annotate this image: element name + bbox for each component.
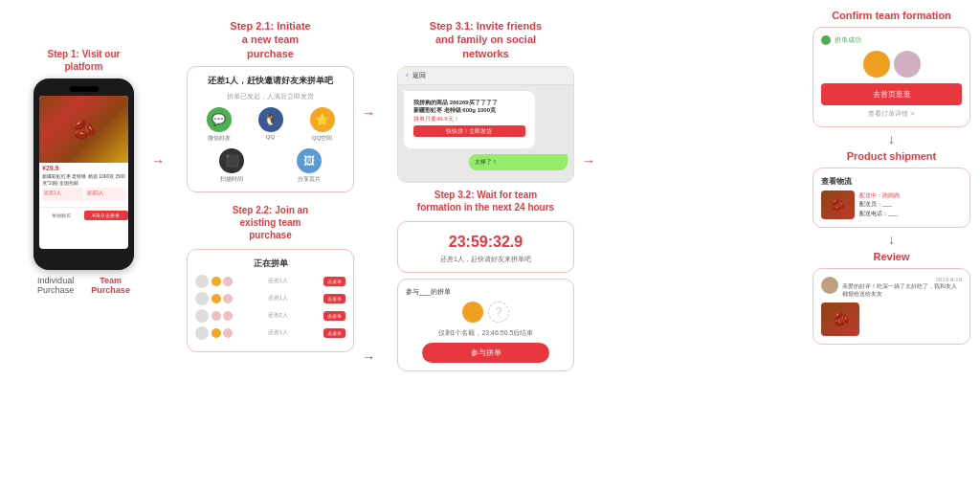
step2-section: Step 2.1: Initiatea new teampurchase 还差1…: [187, 19, 354, 352]
sent-message: 太棒了！: [469, 154, 568, 170]
phone-screen: 🫘 ¥29.9 新疆彩虹红枣 老特级 精选 1000克 (500克*2袋) 全国…: [39, 96, 128, 249]
chat-body: 我拼购的商品 266269买了了了了新疆彩虹枣 老特级 600g 1000克 拼…: [398, 85, 573, 183]
individual-label: IndividualPurchase: [37, 276, 74, 295]
shipment-label: Product shipment: [813, 150, 970, 162]
shipment-card: 查看物流 🫘 配送中：跑跑跑 配送员：___ 配送电话：___: [813, 168, 970, 228]
success-row: 拼单成功: [821, 35, 962, 45]
social-share-grid-2: ⬛ 扫描时间 🖼 分享页片: [195, 148, 345, 184]
photo-share[interactable]: 🖼 分享页片: [297, 148, 322, 184]
qq-label: QQ: [266, 134, 275, 140]
qqzone-share[interactable]: ⭐ QQ空间: [299, 107, 345, 143]
arrow-1-to-2: →: [151, 153, 165, 168]
chat-title: 返回: [412, 71, 426, 80]
review-header: 2019-9-19 亲爱的好评！吃深一袋了太好吃了，我和友人都报给送给友友: [821, 277, 962, 299]
join-timer: 仅剩1个名额，23:46:50.5后结束: [406, 328, 566, 338]
chat-card: ‹ 返回 我拼购的商品 266269买了了了了新疆彩虹枣 老特级 600g 10…: [397, 66, 574, 184]
shipment-header: 查看物流: [821, 176, 962, 187]
dot: [223, 277, 233, 286]
product-description: 新疆彩虹红枣 老特级 精选 1000克 (500克*2袋) 全国包邮: [39, 173, 128, 186]
courier-phone: 配送电话：___: [859, 210, 900, 219]
timer-card: 23:59:32.9 还差1人，赶快请好友来拼单吧: [397, 221, 574, 273]
qq-icon: 🐧: [258, 107, 283, 132]
join-team-btn[interactable]: 去凑单: [323, 294, 345, 303]
go-home-btn[interactable]: 去首页逛逛: [821, 83, 962, 105]
back-icon: ‹: [406, 71, 409, 79]
step1-section: Step 1: Visit our platform 🫘 ¥29.9 新疆彩虹红…: [29, 48, 139, 295]
join-team-btn[interactable]: 去凑单: [323, 311, 345, 321]
qqzone-label: QQ空间: [312, 134, 332, 143]
review-card: 2019-9-19 亲爱的好评！吃深一袋了太好吃了，我和友人都报给送给友友 🫘: [813, 268, 970, 345]
qqzone-icon: ⭐: [310, 107, 335, 132]
arrow-3-to-4: →: [582, 153, 595, 168]
view-order-link[interactable]: 查看订单详情 >: [821, 109, 962, 119]
join-avatar-empty: ?: [488, 302, 509, 323]
step32-label: Step 3.2: Wait for teamformation in the …: [397, 189, 574, 213]
step21-card-title: 还差1人，赶快邀请好友来拼单吧: [195, 75, 345, 87]
confirm-team-label: Confirm team formation: [813, 10, 970, 21]
photo-label: 分享页片: [298, 175, 321, 184]
phone-notch: [70, 86, 99, 92]
shipment-info: 配送中：跑跑跑 配送员：___ 配送电话：___: [859, 191, 900, 219]
qq-share[interactable]: 🐧 QQ: [247, 107, 294, 143]
product-share-card: 我拼购的商品 266269买了了了了新疆彩虹枣 老特级 600g 1000克 拼…: [410, 95, 529, 142]
chat-cta-btn[interactable]: 快快拼！立即发货: [413, 125, 525, 137]
shipment-product-img: 🫘: [821, 190, 855, 219]
success-dot: [821, 35, 831, 45]
wechat-label: 微信好友: [208, 134, 231, 143]
team-dots: [212, 294, 265, 303]
step1-label: Step 1: Visit our platform: [29, 48, 139, 73]
confirm-avatar-2: [894, 51, 921, 78]
team-info: 还差1人: [268, 294, 322, 303]
wechat-share[interactable]: 💬 微信好友: [195, 107, 242, 143]
phone-labels: IndividualPurchase TeamPurchase: [29, 276, 139, 295]
arrow-2-to-3-top: →: [362, 105, 375, 121]
success-text: 拼单成功: [835, 35, 861, 45]
dot: [223, 328, 233, 338]
diagram-container: Step 1: Visit our platform 🫘 ¥29.9 新疆彩虹红…: [0, 0, 980, 493]
dot: [223, 294, 233, 303]
received-message: 我拼购的商品 266269买了了了了新疆彩虹枣 老特级 600g 1000克 拼…: [404, 91, 535, 149]
team-purchase-btn[interactable]: ¥29.9 去拼单: [84, 211, 129, 220]
join-team-card: 参与___的拼单 ? 仅剩1个名额，23:46:50.5后结束 参与拼单: [397, 279, 574, 371]
dot: [212, 294, 221, 303]
review-label: Review: [813, 251, 970, 262]
step21-card: 还差1人，赶快邀请好友来拼单吧 拼单已发起，人满后立即发货 💬 微信好友 🐧 Q…: [187, 66, 354, 192]
reviewer-info: 2019-9-19 亲爱的好评！吃深一袋了太好吃了，我和友人都报给送给友友: [842, 277, 962, 299]
confirm-card: 拼单成功 去首页逛逛 查看订单详情 >: [813, 27, 970, 127]
individual-purchase-btn[interactable]: 单独购买: [39, 211, 84, 220]
team-dots: [212, 328, 265, 338]
team-label: TeamPurchase: [91, 276, 130, 295]
join-team-btn[interactable]: 去凑单: [323, 328, 345, 338]
phone-bottom-bar: 单独购买 ¥29.9 去拼单: [39, 207, 128, 220]
step22-card: 正在拼单 还差1人 去凑单 还差1人 去凑单: [187, 249, 354, 352]
join-team-button[interactable]: 参与拼单: [422, 343, 550, 363]
step22-label: Step 2.2: Join anexisting teampurchase: [187, 204, 354, 241]
team-avatar: [195, 275, 209, 288]
right-section: Confirm team formation 拼单成功 去首页逛逛 查看订单详情…: [813, 10, 970, 345]
arrow-2-to-3-bottom: →: [362, 349, 375, 365]
team-list-row-1: 还差1人 去凑单: [195, 275, 345, 288]
shipment-row: 🫘 配送中：跑跑跑 配送员：___ 配送电话：___: [821, 190, 962, 219]
social-share-grid: 💬 微信好友 🐧 QQ ⭐ QQ空间: [195, 107, 345, 143]
team-info: 还差1人: [268, 328, 322, 337]
dot: [212, 277, 221, 286]
step3-section: Step 3.1: Invite friendsand family on so…: [397, 19, 574, 371]
chat-header: ‹ 返回: [398, 67, 573, 85]
qr-label: 扫描时间: [220, 175, 243, 184]
team-info: 还差2人: [268, 311, 322, 320]
phone-mockup: 🫘 ¥29.9 新疆彩虹红枣 老特级 精选 1000克 (500克*2袋) 全国…: [33, 78, 134, 270]
team-list-row-3: 还差2人 去凑单: [195, 309, 345, 323]
join-team-btn[interactable]: 去凑单: [323, 277, 345, 286]
team-avatar: [195, 292, 209, 305]
wechat-icon: 💬: [207, 107, 232, 132]
team-list-row-2: 还差1人 去凑单: [195, 292, 345, 305]
courier-name: 配送员：___: [859, 200, 900, 210]
step21-card-subtitle: 拼单已发起，人满后立即发货: [195, 92, 345, 101]
team-avatar: [195, 309, 209, 323]
qr-icon: ⬛: [219, 148, 244, 173]
qr-share[interactable]: ⬛ 扫描时间: [219, 148, 244, 184]
team-avatar: [195, 326, 209, 340]
photo-icon: 🖼: [297, 148, 322, 173]
reviewer-avatar: [821, 277, 838, 294]
team-dots: [212, 311, 265, 321]
